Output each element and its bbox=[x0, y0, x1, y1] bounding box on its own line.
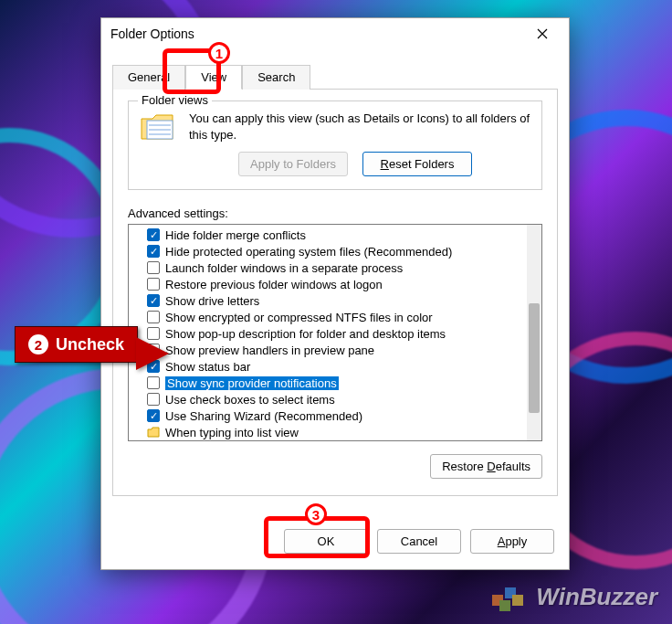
checkbox[interactable] bbox=[147, 393, 160, 406]
tree-item-label: Restore previous folder windows at logon bbox=[165, 278, 383, 291]
folder-options-dialog: Folder Options General View Search Folde… bbox=[100, 17, 570, 570]
tree-item-label: Show pop-up description for folder and d… bbox=[165, 327, 446, 341]
title-bar: Folder Options bbox=[101, 18, 569, 49]
tree-item-checkbox[interactable]: Show sync provider notifications bbox=[129, 375, 541, 391]
tab-strip: General View Search bbox=[112, 64, 558, 90]
advanced-settings-label: Advanced settings: bbox=[128, 206, 542, 220]
view-panel: Folder views You can apply this view (su… bbox=[112, 90, 558, 496]
watermark: WinBuzzer bbox=[487, 578, 657, 615]
tree-item-checkbox[interactable]: Show encrypted or compressed NTFS files … bbox=[129, 309, 541, 325]
annotation-badge-2: 2 bbox=[28, 334, 48, 354]
checkbox[interactable] bbox=[147, 311, 160, 323]
folder-icon bbox=[140, 111, 176, 143]
annotation-badge-3: 3 bbox=[305, 503, 327, 525]
dialog-buttons: OK Cancel Apply bbox=[112, 529, 558, 554]
tab-view[interactable]: View bbox=[185, 65, 242, 90]
tree-item-checkbox[interactable]: Show drive letters bbox=[129, 292, 541, 309]
tree-item-label: Show sync provider notifications bbox=[165, 376, 339, 390]
tree-item-label: When typing into list view bbox=[165, 426, 299, 439]
tree-item-checkbox[interactable]: Show pop-up description for folder and d… bbox=[129, 325, 541, 342]
svg-rect-7 bbox=[512, 595, 523, 606]
close-icon bbox=[537, 28, 548, 39]
dialog-title: Folder Options bbox=[110, 26, 525, 41]
tree-item-label: Use Sharing Wizard (Recommended) bbox=[165, 409, 362, 423]
tree-item-checkbox[interactable]: Launch folder windows in a separate proc… bbox=[129, 259, 541, 276]
tree-item-checkbox[interactable]: Hide protected operating system files (R… bbox=[129, 243, 541, 259]
folder-views-legend: Folder views bbox=[138, 93, 212, 107]
annotation-label-uncheck: Uncheck bbox=[56, 335, 124, 354]
tree-item-checkbox[interactable]: Use check boxes to select items bbox=[129, 391, 541, 407]
svg-rect-6 bbox=[499, 600, 510, 611]
apply-to-folders-button: Apply to Folders bbox=[238, 152, 348, 176]
annotation-callout-uncheck: 2 Uncheck bbox=[15, 326, 138, 363]
scrollbar-thumb[interactable] bbox=[529, 303, 540, 413]
tree-item-label: Launch folder windows in a separate proc… bbox=[165, 261, 403, 275]
tree-item-checkbox[interactable]: Show preview handlers in preview pane bbox=[129, 342, 541, 358]
tree-item-label: Show encrypted or compressed NTFS files … bbox=[165, 311, 433, 324]
checkbox[interactable] bbox=[147, 245, 160, 258]
tree-item-checkbox[interactable]: Show status bar bbox=[129, 358, 541, 375]
advanced-settings-tree[interactable]: Hide folder merge conflictsHide protecte… bbox=[128, 224, 542, 441]
tree-item-checkbox[interactable]: Restore previous folder windows at logon bbox=[129, 276, 541, 292]
folder-views-group: Folder views You can apply this view (su… bbox=[128, 100, 542, 190]
tree-group[interactable]: When typing into list view bbox=[129, 424, 541, 440]
tree-item-label: Hide protected operating system files (R… bbox=[165, 245, 452, 259]
checkbox[interactable] bbox=[147, 294, 160, 307]
tree-item-label: Show status bar bbox=[165, 360, 250, 374]
tree-item-label: Use check boxes to select items bbox=[165, 393, 335, 407]
cancel-button[interactable]: Cancel bbox=[377, 529, 461, 554]
watermark-text: WinBuzzer bbox=[536, 583, 657, 611]
ok-button[interactable]: OK bbox=[284, 529, 368, 554]
tree-item-label: Hide folder merge conflicts bbox=[165, 228, 306, 242]
scrollbar[interactable] bbox=[527, 225, 541, 440]
restore-defaults-button[interactable]: Restore Defaults bbox=[430, 454, 542, 479]
checkbox[interactable] bbox=[147, 228, 160, 241]
apply-button[interactable]: Apply bbox=[470, 529, 554, 554]
close-button[interactable] bbox=[525, 21, 560, 47]
checkbox[interactable] bbox=[147, 409, 160, 422]
checkbox[interactable] bbox=[147, 261, 160, 274]
watermark-logo-icon bbox=[487, 578, 529, 615]
tree-item-checkbox[interactable]: Hide folder merge conflicts bbox=[129, 227, 541, 243]
tree-item-checkbox[interactable]: Use Sharing Wizard (Recommended) bbox=[129, 407, 541, 424]
tree-item-label: Show preview handlers in preview pane bbox=[165, 344, 374, 357]
checkbox[interactable] bbox=[147, 376, 160, 389]
folder-icon bbox=[147, 426, 160, 439]
tab-search[interactable]: Search bbox=[242, 65, 310, 90]
checkbox[interactable] bbox=[147, 278, 160, 291]
folder-views-description: You can apply this view (such as Details… bbox=[189, 111, 530, 143]
tab-general[interactable]: General bbox=[112, 65, 185, 90]
annotation-badge-1: 1 bbox=[208, 42, 230, 64]
annotation-arrow-icon bbox=[136, 337, 169, 370]
reset-folders-button[interactable]: Reset Folders bbox=[362, 152, 472, 176]
tree-item-label: Show drive letters bbox=[165, 294, 259, 308]
